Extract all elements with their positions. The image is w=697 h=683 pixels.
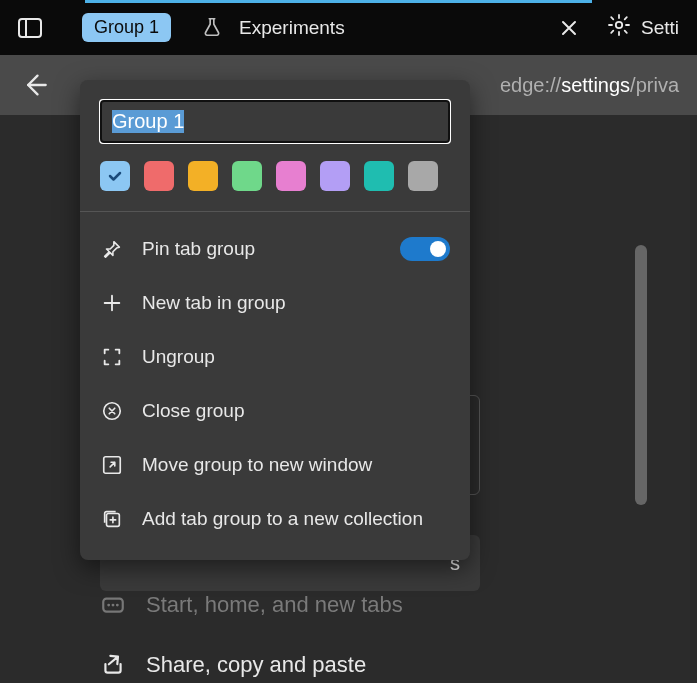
- svg-point-2: [616, 22, 622, 28]
- color-swatch-4[interactable]: [276, 161, 306, 191]
- url-suffix: /priva: [630, 74, 679, 96]
- tab-close-button[interactable]: [555, 14, 583, 42]
- home-more-icon: [100, 591, 128, 619]
- color-swatch-7[interactable]: [408, 161, 438, 191]
- nav-label: Share, copy and paste: [146, 652, 366, 678]
- menu-item-label: Pin tab group: [142, 238, 255, 260]
- menu-item-plus[interactable]: New tab in group: [80, 276, 470, 330]
- nav-label: Start, home, and new tabs: [146, 592, 403, 618]
- divider: [80, 211, 470, 212]
- group-name-input[interactable]: [100, 100, 450, 143]
- color-swatch-3[interactable]: [232, 161, 262, 191]
- scrollbar[interactable]: [635, 245, 647, 505]
- menu-item-collection-add[interactable]: Add tab group to a new collection: [80, 492, 470, 546]
- settings-tab-label: Setti: [641, 17, 679, 39]
- color-swatch-6[interactable]: [364, 161, 394, 191]
- svg-point-7: [116, 604, 119, 607]
- color-swatch-5[interactable]: [320, 161, 350, 191]
- gear-icon: [607, 13, 631, 42]
- nav-item-share[interactable]: Share, copy and paste: [100, 635, 597, 683]
- share-icon: [100, 651, 128, 679]
- menu-item-label: Add tab group to a new collection: [142, 508, 423, 530]
- svg-point-6: [112, 604, 115, 607]
- tab-label: Experiments: [239, 17, 345, 39]
- menu-item-label: Close group: [142, 400, 244, 422]
- tab-bar: Group 1 Experiments Setti: [0, 0, 697, 55]
- menu-item-close-circle[interactable]: Close group: [80, 384, 470, 438]
- address-url[interactable]: edge://settings/priva: [500, 74, 679, 97]
- url-prefix: edge://: [500, 74, 561, 96]
- menu-item-label: New tab in group: [142, 292, 286, 314]
- tab-group-menu: Pin tab groupNew tab in groupUngroupClos…: [80, 80, 470, 560]
- pin-toggle[interactable]: [400, 237, 450, 261]
- menu-item-window-arrow[interactable]: Move group to new window: [80, 438, 470, 492]
- ungroup-icon: [100, 345, 124, 369]
- tab-experiments[interactable]: Experiments: [201, 16, 345, 40]
- menu-item-label: Ungroup: [142, 346, 215, 368]
- svg-rect-0: [19, 19, 41, 37]
- pin-icon: [100, 237, 124, 261]
- window-arrow-icon: [100, 453, 124, 477]
- close-circle-icon: [100, 399, 124, 423]
- tab-group-chip[interactable]: Group 1: [82, 13, 171, 42]
- menu-item-label: Move group to new window: [142, 454, 372, 476]
- url-highlight: settings: [561, 74, 630, 96]
- tab-actions-icon[interactable]: [18, 18, 42, 38]
- back-button[interactable]: [18, 69, 50, 101]
- color-picker: [80, 161, 470, 211]
- color-swatch-1[interactable]: [144, 161, 174, 191]
- color-swatch-0[interactable]: [100, 161, 130, 191]
- color-swatch-2[interactable]: [188, 161, 218, 191]
- svg-point-5: [107, 604, 110, 607]
- menu-item-pin[interactable]: Pin tab group: [80, 222, 470, 276]
- plus-icon: [100, 291, 124, 315]
- collection-add-icon: [100, 507, 124, 531]
- flask-icon: [201, 16, 225, 40]
- menu-item-ungroup[interactable]: Ungroup: [80, 330, 470, 384]
- settings-tab[interactable]: Setti: [607, 13, 679, 42]
